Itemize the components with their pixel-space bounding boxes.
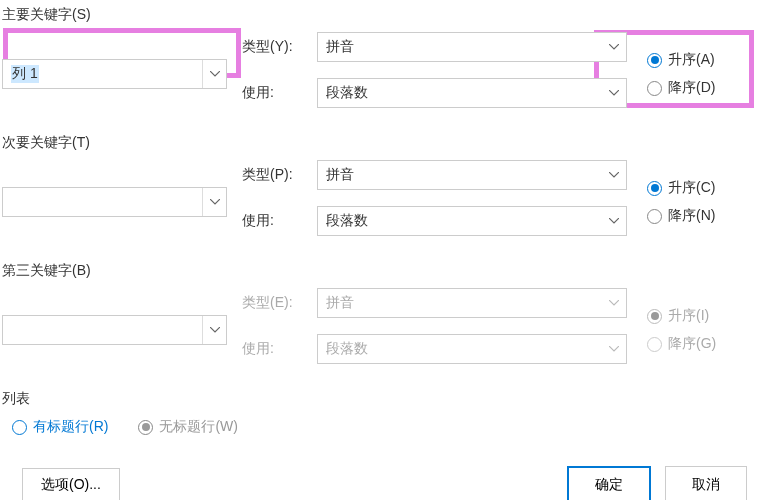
radio-icon [647, 209, 662, 224]
primary-key-value: 列 1 [11, 65, 39, 83]
primary-type-select[interactable]: 拼音 [317, 32, 627, 62]
radio-icon [138, 420, 153, 435]
primary-key-header: 主要关键字(S) [2, 6, 755, 24]
radio-icon [647, 337, 662, 352]
chevron-down-icon [602, 335, 626, 363]
radio-icon [647, 53, 662, 68]
primary-using-select[interactable]: 段落数 [317, 78, 627, 108]
secondary-type-label: 类型(P): [242, 166, 317, 184]
secondary-asc-radio[interactable]: 升序(C) [647, 179, 715, 197]
tertiary-type-value: 拼音 [326, 294, 354, 312]
list-header: 列表 [2, 390, 755, 408]
cancel-button[interactable]: 取消 [665, 466, 747, 500]
has-header-radio[interactable]: 有标题行(R) [12, 418, 108, 436]
primary-key-select[interactable]: 列 1 [2, 59, 227, 89]
tertiary-using-value: 段落数 [326, 340, 368, 358]
chevron-down-icon[interactable] [202, 188, 226, 216]
radio-icon [647, 81, 662, 96]
chevron-down-icon[interactable] [602, 161, 626, 189]
ok-button[interactable]: 确定 [567, 466, 651, 500]
tertiary-key-header: 第三关键字(B) [2, 262, 755, 280]
primary-using-value: 段落数 [326, 84, 368, 102]
secondary-type-value: 拼音 [326, 166, 354, 184]
tertiary-desc-radio: 降序(G) [647, 335, 716, 353]
primary-type-value: 拼音 [326, 38, 354, 56]
secondary-key-select[interactable] [2, 187, 227, 217]
tertiary-using-select: 段落数 [317, 334, 627, 364]
secondary-using-label: 使用: [242, 212, 317, 230]
chevron-down-icon[interactable] [202, 60, 226, 88]
options-button[interactable]: 选项(O)... [22, 468, 120, 500]
radio-icon [12, 420, 27, 435]
primary-asc-radio[interactable]: 升序(A) [647, 51, 715, 69]
tertiary-type-select: 拼音 [317, 288, 627, 318]
tertiary-key-select[interactable] [2, 315, 227, 345]
secondary-desc-radio[interactable]: 降序(N) [647, 207, 715, 225]
chevron-down-icon[interactable] [602, 33, 626, 61]
primary-desc-radio[interactable]: 降序(D) [647, 79, 715, 97]
primary-using-label: 使用: [242, 84, 317, 102]
secondary-key-header: 次要关键字(T) [2, 134, 755, 152]
tertiary-asc-radio: 升序(I) [647, 307, 716, 325]
tertiary-using-label: 使用: [242, 340, 317, 358]
chevron-down-icon[interactable] [602, 207, 626, 235]
tertiary-type-label: 类型(E): [242, 294, 317, 312]
secondary-using-value: 段落数 [326, 212, 368, 230]
no-header-radio[interactable]: 无标题行(W) [138, 418, 238, 436]
radio-icon [647, 181, 662, 196]
secondary-type-select[interactable]: 拼音 [317, 160, 627, 190]
radio-icon [647, 309, 662, 324]
chevron-down-icon [602, 289, 626, 317]
primary-type-label: 类型(Y): [242, 38, 317, 56]
chevron-down-icon[interactable] [202, 316, 226, 344]
chevron-down-icon[interactable] [602, 79, 626, 107]
secondary-using-select[interactable]: 段落数 [317, 206, 627, 236]
